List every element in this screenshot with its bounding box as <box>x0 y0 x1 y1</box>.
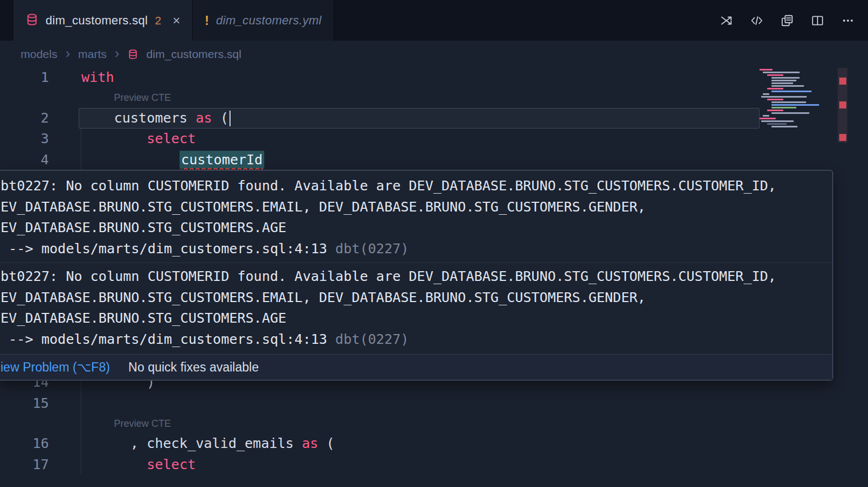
code-line-17[interactable]: 17 select <box>0 454 868 476</box>
editor-bottom-lines[interactable]: 14 )15Preview CTE16 , check_valid_emails… <box>0 372 868 475</box>
hover-problem-popup: bt0227: No column CUSTOMERID found. Avai… <box>0 170 833 381</box>
minimap-line <box>771 80 796 81</box>
code-line-15[interactable]: 15 <box>0 393 868 414</box>
code-text: select <box>49 129 196 150</box>
tab-problems-badge: 2 <box>155 14 162 27</box>
minimap-line <box>760 69 773 71</box>
breadcrumb-item-file[interactable]: dim_customers.sql <box>146 48 241 61</box>
code-text: , check_valid_emails as ( <box>49 433 335 454</box>
minimap-line <box>767 110 783 111</box>
code-text: with <box>49 67 114 88</box>
editor-top-lines[interactable]: 1withPreview CTE2 customers as (3 select… <box>0 67 868 170</box>
line-number: 15 <box>0 393 49 414</box>
minimap-line <box>763 93 769 95</box>
minimap-line <box>771 126 797 127</box>
codelens-row: Preview CTE <box>0 88 868 108</box>
overview-ruler-error-mark <box>839 78 846 85</box>
code-token: with <box>81 69 114 85</box>
minimap-line <box>771 104 819 106</box>
codelens-row: Preview CTE <box>0 414 868 433</box>
minimap-line <box>761 96 807 98</box>
breadcrumb-item-models[interactable]: models <box>21 48 58 61</box>
diagnostic-path[interactable]: --> models/marts/dim_customers.sql:4:13 <box>1 241 327 257</box>
code-line-3[interactable]: 3 select <box>0 129 868 150</box>
code-token: ( <box>212 110 228 126</box>
code-line-4[interactable]: 4 customerId <box>0 150 868 171</box>
crossed-arrows-icon[interactable] <box>719 14 733 28</box>
chevron-right-icon: › <box>66 46 70 61</box>
minimap-line <box>771 101 806 103</box>
more-actions-icon[interactable] <box>841 14 855 28</box>
minimap-line <box>760 118 776 119</box>
no-quick-fixes-text: No quick fixes available <box>129 360 259 375</box>
editor-actions <box>719 0 868 41</box>
diagnostic-text-line: bt0227: No column CUSTOMERID found. Avai… <box>1 176 832 197</box>
line-number: 4 <box>0 150 49 171</box>
code-token: as <box>196 110 212 126</box>
codelens-preview-cte[interactable]: Preview CTE <box>114 418 171 430</box>
line-number: 2 <box>0 108 49 129</box>
code-token <box>81 152 180 168</box>
overview-ruler-error-mark <box>839 134 846 141</box>
chevron-right-icon: › <box>115 46 119 61</box>
inline-code-icon[interactable] <box>750 14 764 28</box>
line-number: 16 <box>0 433 49 454</box>
error-token: customerId <box>180 151 265 169</box>
close-tab-icon[interactable]: × <box>173 13 180 28</box>
minimap[interactable] <box>760 69 837 129</box>
diagnostic-code: dbt(0227) <box>327 331 409 347</box>
breadcrumb-item-marts[interactable]: marts <box>78 48 107 61</box>
minimap-line <box>771 91 812 92</box>
tab-dim-customers-yml[interactable]: ! dim_customers.yml <box>193 0 334 41</box>
minimap-line <box>763 72 800 73</box>
view-problem-link[interactable]: iew Problem (⌥F8) <box>1 360 110 375</box>
code-line-2[interactable]: 2 customers as ( <box>0 108 868 129</box>
code-token: as <box>302 435 318 451</box>
code-text: select <box>49 454 196 476</box>
diagnostic-text-line: EV_DATABASE.BRUNO.STG_CUSTOMERS.AGE <box>1 308 832 329</box>
copy-table-icon[interactable] <box>780 14 794 28</box>
minimap-line <box>767 74 783 76</box>
code-token: ( <box>318 435 335 451</box>
line-number: 17 <box>0 454 49 476</box>
minimap-line <box>771 107 796 108</box>
diagnostic-code: dbt(0227) <box>327 241 409 257</box>
code-line-1[interactable]: 1with <box>0 67 868 88</box>
tab-bar: dim_customers.sql 2 × ! dim_customers.ym… <box>0 0 868 41</box>
minimap-line <box>771 77 800 79</box>
diagnostic-text-line: EV_DATABASE.BRUNO.STG_CUSTOMERS.EMAIL, D… <box>1 197 832 218</box>
diagnostic-messages: bt0227: No column CUSTOMERID found. Avai… <box>0 171 832 350</box>
diagnostic-text-line: EV_DATABASE.BRUNO.STG_CUSTOMERS.AGE <box>1 217 832 239</box>
code-token: , check_valid_emails <box>81 435 302 451</box>
minimap-line <box>771 82 793 84</box>
diagnostic-message: bt0227: No column CUSTOMERID found. Avai… <box>1 262 832 350</box>
warning-icon: ! <box>205 13 209 28</box>
minimap-line <box>761 120 794 122</box>
overview-ruler-error-mark <box>839 101 846 108</box>
codelens-preview-cte[interactable]: Preview CTE <box>114 92 171 104</box>
diagnostic-text-line: bt0227: No column CUSTOMERID found. Avai… <box>1 266 832 287</box>
tab-dim-customers-sql[interactable]: dim_customers.sql 2 × <box>14 0 193 41</box>
code-token <box>81 131 146 146</box>
code-text: customers as ( <box>49 108 231 129</box>
text-cursor <box>229 111 231 126</box>
line-number: 3 <box>0 129 49 150</box>
code-line-16[interactable]: 16 , check_valid_emails as ( <box>0 433 868 454</box>
code-token: customers <box>81 110 196 126</box>
dbt-file-icon <box>127 48 138 61</box>
breadcrumb: models › marts › dim_customers.sql <box>0 41 868 67</box>
code-token <box>81 457 146 472</box>
code-text: customerId <box>49 150 264 171</box>
code-token: select <box>146 131 195 146</box>
minimap-line <box>767 123 787 125</box>
dbt-file-icon <box>25 13 39 28</box>
code-token: select <box>146 457 195 472</box>
diagnostic-path[interactable]: --> models/marts/dim_customers.sql:4:13 <box>1 331 327 347</box>
minimap-line <box>767 99 783 100</box>
minimap-line <box>771 112 809 114</box>
minimap-line <box>771 85 804 87</box>
split-editor-icon[interactable] <box>810 14 825 28</box>
minimap-line <box>767 88 783 89</box>
hover-footer: iew Problem (⌥F8) No quick fixes availab… <box>0 354 832 380</box>
diagnostic-text-line: EV_DATABASE.BRUNO.STG_CUSTOMERS.EMAIL, D… <box>1 287 832 309</box>
